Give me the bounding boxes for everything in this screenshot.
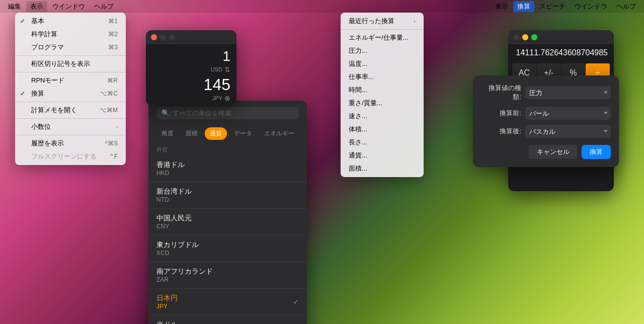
tab-area[interactable]: 面積 [181, 127, 203, 140]
pressure-from-select-wrapper: バール [525, 107, 611, 120]
menu-paper-tape[interactable]: 計算メモを開く ⌥⌘M [15, 104, 126, 117]
pressure-to-select[interactable]: パスカル [525, 125, 611, 138]
foreign-currency-label: 外貨 [148, 144, 307, 155]
tab-currency[interactable]: 通貨 [205, 127, 227, 140]
dropdown-convert-menu: 最近行った換算 › エネルギー/仕事量... 圧力... 温度... 仕事率..… [341, 13, 424, 177]
tab-angle[interactable]: 角度 [156, 127, 179, 140]
menu-area[interactable]: 面積... [341, 162, 424, 175]
menu-rpn[interactable]: RPNモード ⌘R [15, 74, 126, 87]
tab-energy[interactable]: エネルギー [259, 127, 299, 140]
calc-left-currency1-label: USD [211, 66, 222, 72]
currency-name-zar: 南アフリカランド [156, 267, 213, 276]
menubar-right: 表示 換算 スピーチ ウインドウ ヘルプ [491, 1, 640, 12]
calc-left-value2: 145 [152, 75, 230, 94]
minimize-button-left[interactable] [160, 34, 166, 40]
menu-view[interactable]: 表示 [26, 1, 47, 12]
calc-left-currency2-row: JPY ⊕ [152, 94, 230, 102]
tab-force[interactable]: 力 [301, 127, 307, 140]
list-item-ntd[interactable]: 新台湾ドル NTD [148, 182, 307, 209]
currency-name-hkd: 香港ドル [156, 160, 185, 170]
menu-programmer[interactable]: プログラマ ⌘3 [15, 41, 126, 54]
menu-help[interactable]: ヘルプ [90, 1, 118, 12]
list-item-cny[interactable]: 中国人民元 CNY [148, 209, 307, 235]
calc-right-value: 14111.762643608704985 [514, 48, 608, 57]
pressure-type-select-wrapper: 圧力 [525, 86, 611, 99]
list-item-usd[interactable]: 米ドル USD [148, 315, 307, 324]
menu-volume[interactable]: 体積... [341, 123, 424, 136]
middle-sep-1 [341, 29, 424, 30]
menu-right-help[interactable]: ヘルプ [612, 1, 640, 12]
calc-left-display: 1 USD ⇅ 145 JPY ⊕ [146, 44, 236, 104]
list-item-hkd[interactable]: 香港ドル HKD [148, 155, 307, 182]
menubar-left: 編集 表示 ウインドウ ヘルプ [4, 1, 118, 12]
pressure-to-label: 換算後: [481, 127, 521, 136]
tab-data[interactable]: データ [229, 127, 257, 140]
currency-panel: 🔍 角度 面積 通貨 データ エネルギー 力 燃 外貨 香港ドル HKD 新台湾… [148, 101, 307, 324]
menu-weight[interactable]: 重さ/質量... [341, 97, 424, 110]
list-item-zar[interactable]: 南アフリカランド ZAR [148, 262, 307, 289]
cancel-button[interactable]: キャンセル [529, 145, 578, 159]
arrow-icon: › [116, 124, 118, 130]
menu-right-speech[interactable]: スピーチ [535, 1, 570, 12]
submenu-arrow-icon: › [414, 18, 416, 24]
titlebar-left [146, 30, 236, 44]
menu-length[interactable]: 長さ... [341, 136, 424, 149]
search-bar[interactable]: 🔍 [156, 107, 299, 119]
currency-name-xcd: 東カリブドル [156, 240, 199, 250]
menu-basic[interactable]: ✓ 基本 ⌘1 [15, 15, 126, 28]
separator-5 [15, 135, 126, 135]
pressure-from-select[interactable]: バール [525, 107, 611, 120]
menu-right-window[interactable]: ウインドウ [571, 1, 611, 12]
convert-check-icon: ✓ [20, 90, 27, 97]
menu-window[interactable]: ウインドウ [48, 1, 89, 12]
menu-speed[interactable]: 速さ... [341, 110, 424, 123]
minimize-button-right[interactable] [522, 34, 528, 40]
menu-thousands[interactable]: 桁区切り記号を表示 [15, 57, 126, 70]
currency-code-xcd: XCD [156, 250, 199, 257]
menu-convert[interactable]: ✓ 換算 ⌥⌘C [15, 87, 126, 100]
convert-button[interactable]: 換算 [582, 145, 611, 159]
close-button-right[interactable] [513, 34, 519, 40]
maximize-button-left[interactable] [169, 34, 175, 40]
dropdown-view-menu: ✓ 基本 ⌘1 科学計算 ⌘2 プログラマ ⌘3 桁区切り記号を表示 RPNモー… [15, 13, 126, 165]
menu-power[interactable]: 仕事率... [341, 70, 424, 84]
menu-fullscreen[interactable]: フルスクリーンにする ⌃F [15, 150, 126, 163]
pressure-type-label: 換算値の種類: [481, 84, 521, 102]
menu-recent-conversions[interactable]: 最近行った換算 › [341, 15, 424, 28]
menu-currency[interactable]: 通貨... [341, 149, 424, 162]
menu-right-convert[interactable]: 換算 [513, 1, 534, 12]
separator-3 [15, 102, 126, 102]
menu-history[interactable]: 履歴を表示 ^⌘S [15, 137, 126, 150]
close-button-left[interactable] [151, 34, 157, 40]
list-item-xcd[interactable]: 東カリブドル XCD [148, 235, 307, 262]
currency-code-hkd: HKD [156, 170, 185, 177]
menu-time[interactable]: 時間... [341, 84, 424, 97]
menu-right-display[interactable]: 表示 [491, 1, 512, 12]
menu-edit[interactable]: 編集 [4, 1, 25, 12]
calc-left-currency1-row: USD ⇅ [152, 65, 230, 73]
menu-pressure[interactable]: 圧力... [341, 44, 424, 57]
search-input[interactable] [173, 109, 294, 117]
menu-decimal[interactable]: 小数位 › [15, 120, 126, 133]
maximize-button-right[interactable] [531, 34, 537, 40]
calculator-left-window: 1 USD ⇅ 145 JPY ⊕ [146, 30, 236, 106]
currency-code-ntd: NTD [156, 196, 192, 203]
check-icon: ✓ [20, 18, 27, 25]
separator-2 [15, 72, 126, 72]
calc-right-display: 14111.762643608704985 [508, 44, 614, 59]
pressure-to-select-wrapper: パスカル [525, 125, 611, 138]
pressure-type-select[interactable]: 圧力 [525, 86, 611, 99]
search-icon: 🔍 [162, 109, 170, 117]
pressure-dialog: 換算値の種類: 圧力 換算前: バール 換算後: パスカル キャンセル 換算 [473, 75, 619, 167]
currency-code-zar: ZAR [156, 276, 213, 283]
menu-energy[interactable]: エネルギー/仕事量... [341, 31, 424, 44]
pressure-type-row: 換算値の種類: 圧力 [481, 84, 611, 102]
currency-code-jpy: JPY [156, 303, 178, 310]
menu-scientific[interactable]: 科学計算 ⌘2 [15, 28, 126, 41]
menu-temperature[interactable]: 温度... [341, 57, 424, 70]
menubar: 編集 表示 ウインドウ ヘルプ 表示 換算 スピーチ ウインドウ ヘルプ [0, 0, 644, 13]
currency-name-ntd: 新台湾ドル [156, 187, 192, 196]
list-item-jpy[interactable]: 日本円 JPY ✓ [148, 289, 307, 315]
currency-name-jpy: 日本円 [156, 294, 178, 303]
currency-name-usd: 米ドル [156, 320, 178, 324]
